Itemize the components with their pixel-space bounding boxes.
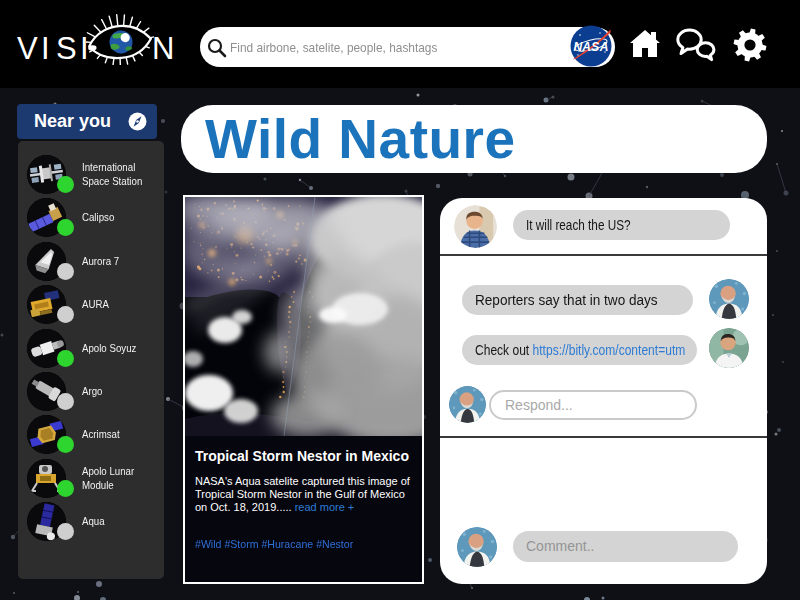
svg-text:NASA: NASA	[573, 40, 608, 54]
